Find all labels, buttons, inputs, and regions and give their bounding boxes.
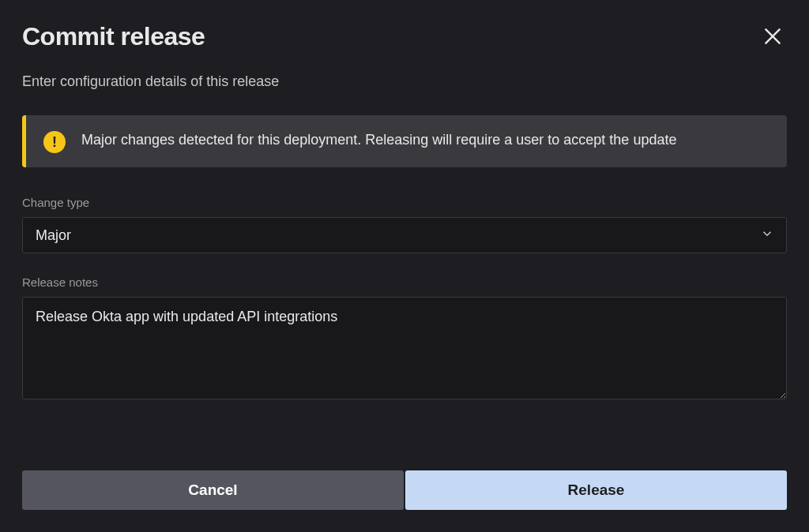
close-button[interactable] — [758, 22, 787, 51]
warning-message: Major changes detected for this deployme… — [81, 129, 676, 152]
commit-release-dialog: Commit release Enter configuration detai… — [0, 0, 809, 532]
action-buttons: Cancel Release — [22, 470, 787, 510]
dialog-header: Commit release — [22, 22, 787, 51]
cancel-button[interactable]: Cancel — [22, 470, 404, 510]
release-notes-textarea[interactable] — [22, 297, 787, 399]
release-button[interactable]: Release — [405, 470, 787, 510]
change-type-select-wrapper: Major — [22, 217, 787, 253]
change-type-select[interactable]: Major — [22, 217, 787, 253]
close-icon — [762, 25, 784, 47]
dialog-title: Commit release — [22, 22, 205, 51]
change-type-field: Change type Major — [22, 196, 787, 253]
change-type-label: Change type — [22, 196, 787, 209]
warning-icon: ! — [43, 131, 66, 153]
dialog-subtitle: Enter configuration details of this rele… — [22, 73, 787, 90]
release-notes-field: Release notes — [22, 275, 787, 403]
release-notes-label: Release notes — [22, 275, 787, 289]
warning-banner: ! Major changes detected for this deploy… — [22, 115, 787, 167]
exclamation-icon: ! — [52, 135, 57, 149]
